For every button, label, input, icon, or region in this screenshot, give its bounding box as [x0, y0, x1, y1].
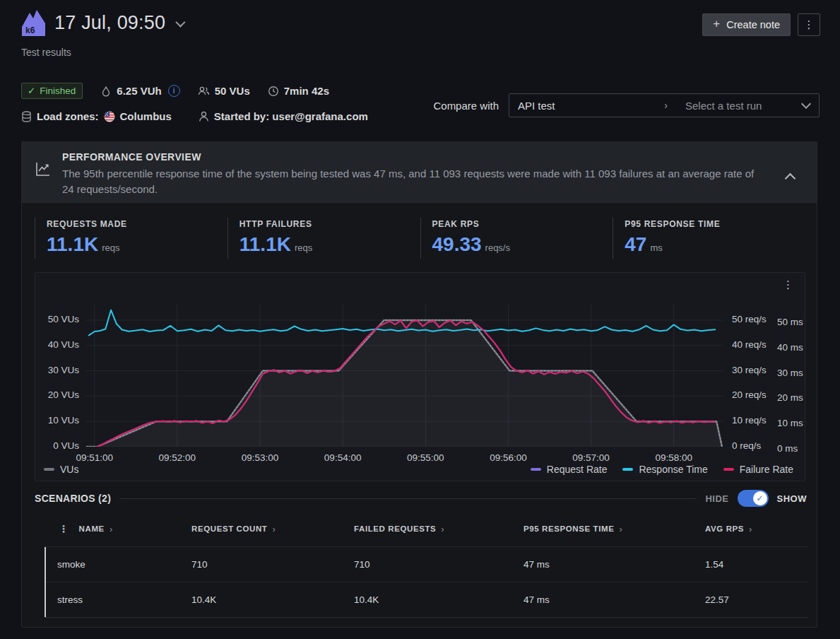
users-icon [198, 86, 210, 96]
chart-kebab-menu[interactable]: ⋮ [779, 277, 798, 293]
stat-requests-made: REQUESTS MADE 11.1Kreqs [35, 218, 227, 259]
axis-tick-label: 09:54:00 [314, 452, 371, 463]
chart-legend: VUs Request RateResponse TimeFailure Rat… [44, 464, 793, 475]
column-header-name[interactable]: ⋮ NAME› [45, 523, 191, 534]
axis-tick-label: 10 VUs [35, 415, 79, 426]
chevron-right-icon: › [664, 100, 668, 111]
column-header-failed-requests[interactable]: FAILED REQUESTS› [354, 524, 523, 534]
axis-tick-label: 40 ms [777, 342, 803, 353]
axis-tick-label: 09:58:00 [646, 452, 702, 463]
sort-chevron-icon: › [749, 524, 752, 534]
divider [119, 498, 697, 499]
show-scenarios-toggle[interactable]: ✓ [738, 490, 769, 507]
sort-chevron-icon: › [272, 524, 276, 534]
axis-tick-label: 50 ms [777, 317, 803, 327]
axis-tick-label: 40 VUs [35, 339, 79, 350]
column-header-avg-rps[interactable]: AVG RPS› [705, 524, 808, 534]
table-cell: 1.54 [705, 559, 808, 570]
column-header-request-count[interactable]: REQUEST COUNT› [191, 524, 354, 534]
us-flag-icon [104, 111, 115, 122]
run-title: 17 Jul, 09:50 [54, 12, 165, 34]
chevron-down-icon [801, 99, 811, 109]
legend-item-request-rate[interactable]: Request Rate [531, 464, 608, 475]
kebab-icon[interactable]: ⋮ [59, 523, 69, 534]
chart-icon [35, 161, 51, 177]
legend-item-failure-rate[interactable]: Failure Rate [723, 464, 793, 475]
axis-tick-label: 0 req/s [732, 440, 761, 451]
clock-icon [268, 86, 279, 97]
axis-tick-label: 10 req/s [732, 415, 767, 426]
check-icon: ✓ [28, 85, 35, 96]
legend-swatch [622, 468, 633, 471]
sort-chevron-icon: › [441, 524, 444, 534]
show-label[interactable]: SHOW [777, 493, 807, 504]
scenarios-title: SCENARIOS (2) [35, 493, 111, 504]
scenario-name-cell: stress [45, 594, 191, 605]
toggle-knob: ✓ [753, 491, 767, 505]
table-header: ⋮ NAME› REQUEST COUNT› FAILED REQUESTS› … [45, 518, 808, 539]
axis-tick-label: 50 req/s [732, 314, 767, 324]
compare-project-select[interactable]: API test › [509, 94, 676, 117]
axis-tick-label: 50 VUs [35, 314, 79, 324]
legend-item-response-time[interactable]: Response Time [622, 464, 707, 475]
plus-icon: + [713, 17, 720, 31]
test-results-page: k6 17 Jul, 09:50 Test results + Create n… [0, 0, 840, 639]
scenario-name-cell: smoke [45, 559, 191, 570]
flame-icon [100, 86, 112, 97]
performance-chart[interactable] [86, 304, 723, 447]
started-by: Started by: user@grafana.com [199, 110, 368, 122]
compare-label: Compare with [433, 100, 499, 112]
axis-tick-label: 0 VUs [35, 440, 79, 451]
axis-tick-label: 0 ms [777, 443, 798, 454]
row-accent-bar [45, 547, 46, 617]
table-cell: 22.57 [705, 594, 808, 605]
legend-item-vus[interactable]: VUs [44, 464, 78, 475]
table-cell: 47 ms [523, 559, 705, 570]
table-body: smoke71071047 ms1.54stress10.4K10.4K47 m… [45, 546, 808, 618]
table-row-stress[interactable]: stress10.4K10.4K47 ms22.57 [45, 582, 808, 617]
legend-label: VUs [60, 464, 78, 475]
stat-http-failures: HTTP FAILURES 11.1Kreqs [227, 218, 420, 259]
vus-stat: 50 VUs [198, 85, 250, 97]
axis-tick-label: 09:56:00 [480, 452, 536, 463]
meta-row: Load zones: Columbus Started by: user@gr… [21, 110, 368, 122]
collapse-chevron-icon[interactable] [785, 173, 796, 184]
column-header-p95[interactable]: P95 RESPONSE TIME› [523, 524, 705, 534]
sort-chevron-icon: › [619, 524, 622, 534]
axis-tick-label: 09:53:00 [232, 452, 288, 463]
hide-label[interactable]: HIDE [705, 493, 728, 504]
overview-description: The 95th percentile response time of the… [62, 166, 769, 197]
page-kebab-menu-button[interactable]: ⋮ [798, 13, 820, 36]
legend-label: Request Rate [547, 464, 608, 475]
compare-section: Compare with API test › Select a test ru… [433, 93, 820, 117]
stat-p95-response-time: P95 RESPONSE TIME 47ms [613, 218, 805, 259]
legend-label: Failure Rate [740, 464, 793, 475]
legend-label: Response Time [639, 464, 707, 475]
status-row: ✓ Finished 6.25 VUh i 50 VUs 7min 42s [21, 83, 329, 99]
axis-tick-label: 09:57:00 [563, 452, 620, 463]
axis-tick-label: 09:52:00 [149, 452, 206, 463]
table-cell: 710 [354, 559, 523, 570]
overview-title: PERFORMANCE OVERVIEW [62, 151, 201, 163]
legend-swatch [44, 468, 54, 471]
axis-tick-label: 30 req/s [732, 365, 767, 375]
chart-plot-area[interactable] [86, 304, 723, 447]
axis-tick-label: 20 VUs [35, 389, 79, 400]
k6-logo: k6 [21, 9, 46, 37]
table-cell: 10.4K [191, 594, 354, 605]
stat-peak-rps: PEAK RPS 49.33reqs/s [420, 218, 613, 259]
overview-header[interactable]: PERFORMANCE OVERVIEW The 95th percentile… [22, 142, 817, 203]
create-note-button[interactable]: + Create note [702, 13, 791, 36]
page-subtitle: Test results [21, 47, 71, 58]
timeseries-chart-panel: ⋮ VUs Request RateResponse TimeFailure R… [35, 272, 805, 481]
table-row-smoke[interactable]: smoke71071047 ms1.54 [45, 547, 808, 582]
chevron-down-icon[interactable] [176, 17, 186, 27]
database-icon [21, 111, 32, 122]
page-title[interactable]: 17 Jul, 09:50 [54, 12, 183, 34]
compare-testrun-select[interactable]: Select a test run [676, 94, 819, 117]
axis-tick-label: 09:51:00 [66, 452, 123, 463]
info-icon[interactable]: i [168, 85, 180, 97]
person-icon [199, 111, 209, 122]
axis-tick-label: 20 ms [777, 392, 803, 403]
sort-chevron-icon: › [110, 524, 113, 534]
